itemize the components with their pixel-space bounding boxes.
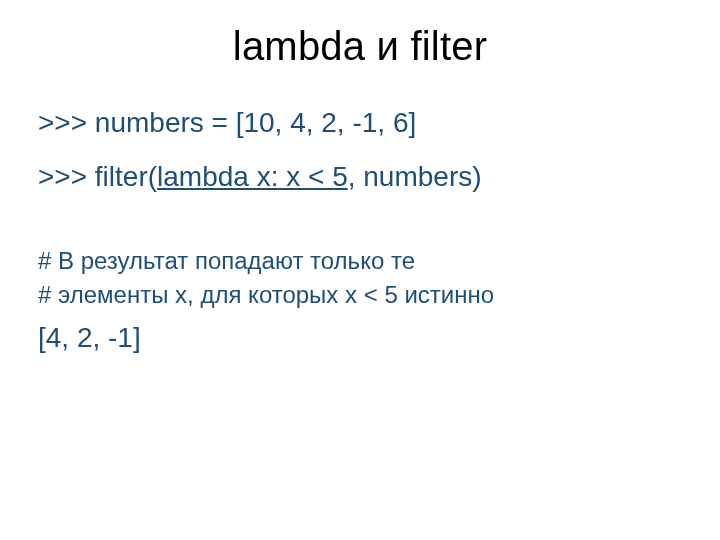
spacer	[38, 215, 682, 245]
result-line: [4, 2, -1]	[38, 322, 682, 354]
slide: lambda и filter >>> numbers = [10, 4, 2,…	[0, 0, 720, 540]
comment-line-2: # элементы x, для которых x < 5 истинно	[38, 279, 682, 311]
code-filter-lambda: lambda x: x < 5	[157, 161, 348, 192]
code-line-assign: >>> numbers = [10, 4, 2, -1, 6]	[38, 107, 682, 139]
code-filter-tail: , numbers)	[348, 161, 482, 192]
code-line-filter: >>> filter(lambda x: x < 5, numbers)	[38, 161, 682, 193]
comment-line-1: # В результат попадают только те	[38, 245, 682, 277]
slide-title: lambda и filter	[38, 24, 682, 69]
code-filter-prefix: >>> filter(	[38, 161, 157, 192]
